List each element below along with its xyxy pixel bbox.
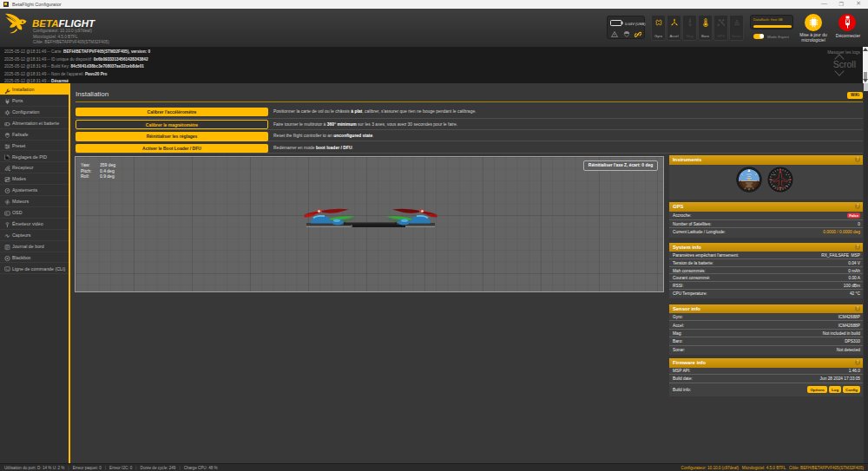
svg-text:N: N — [688, 23, 691, 27]
